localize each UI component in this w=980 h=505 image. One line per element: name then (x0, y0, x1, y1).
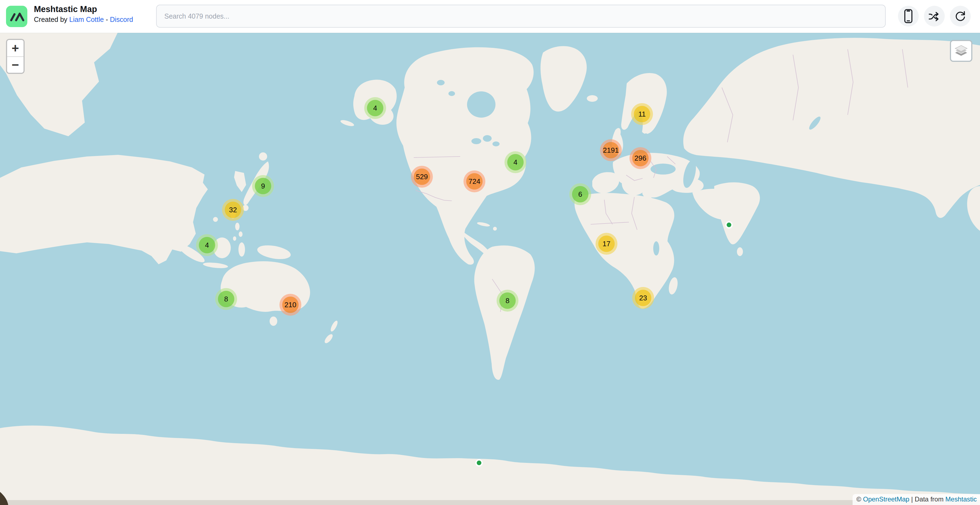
osm-link[interactable]: OpenStreetMap (863, 495, 909, 503)
mobile-app-button[interactable] (898, 6, 919, 27)
cluster-count: 17 (598, 236, 615, 252)
cluster-count: 210 (282, 296, 299, 313)
cluster-count: 6 (572, 186, 589, 202)
discord-link[interactable]: Discord (110, 16, 133, 23)
zoom-in-button[interactable]: + (7, 40, 24, 56)
cluster-count: 724 (466, 173, 483, 190)
cluster-marker[interactable]: 4 (364, 97, 386, 119)
cluster-count: 296 (632, 150, 649, 166)
cluster-count: 8 (499, 292, 516, 309)
meshtastic-link[interactable]: Meshtastic (945, 495, 977, 503)
attribution-separator: | Data from (911, 495, 943, 503)
attribution: © OpenStreetMap | Data from Meshtastic (853, 494, 980, 505)
cluster-marker[interactable]: 4 (504, 151, 527, 173)
cluster-marker[interactable]: 8 (496, 290, 519, 312)
cluster-marker[interactable]: 529 (411, 166, 433, 188)
cluster-count: 529 (414, 169, 430, 185)
cluster-marker[interactable]: 32 (222, 199, 244, 221)
cluster-count: 32 (225, 202, 241, 218)
smartphone-icon (902, 8, 915, 24)
node-marker[interactable] (725, 221, 733, 229)
cluster-count: 4 (507, 154, 523, 170)
cluster-count: 4 (367, 100, 383, 116)
node-marker[interactable] (476, 459, 483, 467)
cluster-marker[interactable]: 210 (280, 294, 301, 316)
cluster-count: 11 (634, 106, 650, 122)
author-link[interactable]: Liam Cottle (69, 16, 103, 23)
header: Meshtastic Map Created by Liam Cottle - … (0, 0, 980, 33)
cluster-count: 9 (255, 178, 271, 194)
world-map-svg (0, 33, 980, 505)
cluster-marker[interactable]: 6 (569, 183, 591, 205)
map[interactable]: 4112191296452972496321742388210 + − © Op… (0, 33, 980, 505)
cluster-count: 4 (199, 237, 215, 253)
cluster-count: 8 (218, 291, 234, 307)
cluster-marker[interactable]: 2191 (600, 139, 622, 161)
meshtastic-logo (6, 6, 27, 27)
search-input[interactable] (156, 5, 886, 28)
cluster-marker[interactable]: 4 (196, 234, 218, 256)
byline: Created by Liam Cottle - Discord (34, 16, 133, 24)
cluster-marker[interactable]: 11 (631, 103, 653, 125)
refresh-button[interactable] (950, 6, 971, 27)
layers-button[interactable] (950, 40, 972, 62)
shuffle-icon (928, 10, 940, 22)
refresh-icon (954, 10, 967, 22)
zoom-out-button[interactable]: − (7, 56, 24, 73)
cluster-marker[interactable]: 23 (632, 287, 654, 309)
cluster-marker[interactable]: 296 (630, 147, 651, 169)
meshtastic-logo-icon (6, 6, 27, 27)
cluster-count: 23 (635, 290, 651, 306)
cluster-marker[interactable]: 9 (252, 175, 274, 197)
copyright-symbol: © (856, 495, 861, 503)
byline-prefix: Created by (34, 16, 67, 23)
cluster-marker[interactable]: 8 (215, 288, 237, 310)
layers-icon (953, 44, 969, 58)
cluster-marker[interactable]: 724 (463, 170, 485, 192)
cluster-marker[interactable]: 17 (595, 233, 617, 255)
cluster-count: 2191 (603, 142, 619, 158)
byline-separator: - (106, 16, 108, 23)
page-title: Meshtastic Map (34, 4, 133, 14)
zoom-control: + − (6, 39, 25, 74)
random-node-button[interactable] (924, 6, 945, 27)
